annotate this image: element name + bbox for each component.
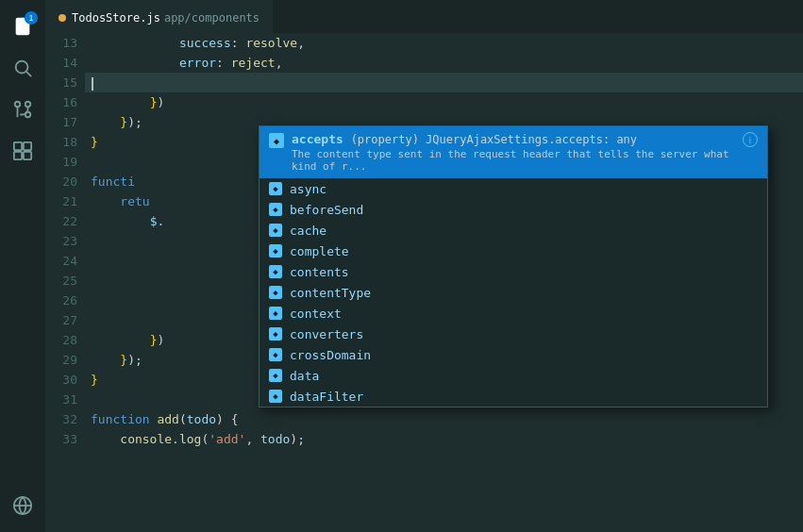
autocomplete-item-icon: ◆ bbox=[269, 244, 282, 258]
ln-16: 16 bbox=[45, 92, 77, 112]
ln-33: 33 bbox=[45, 429, 77, 449]
autocomplete-item-beforesend[interactable]: ◆ beforeSend bbox=[259, 199, 767, 220]
autocomplete-selected-detail: (property) JQueryAjaxSettings.accepts: a… bbox=[351, 133, 637, 146]
source-control-icon[interactable] bbox=[4, 91, 42, 128]
ln-28: 28 bbox=[45, 330, 77, 350]
activity-bar: 1 bbox=[0, 0, 45, 532]
ln-24: 24 bbox=[45, 251, 77, 271]
ln-13: 13 bbox=[45, 33, 77, 53]
files-badge: 1 bbox=[25, 11, 38, 25]
tab-modified-dot bbox=[59, 14, 66, 22]
svg-point-4 bbox=[25, 102, 31, 108]
autocomplete-item-label: context bbox=[290, 307, 342, 321]
autocomplete-item-datafilter[interactable]: ◆ dataFilter bbox=[259, 386, 767, 407]
files-icon[interactable]: 1 bbox=[4, 8, 42, 45]
autocomplete-item-crossdomain[interactable]: ◆ crossDomain bbox=[259, 344, 767, 365]
ln-21: 21 bbox=[45, 191, 77, 211]
autocomplete-item-label: contentType bbox=[290, 286, 371, 300]
autocomplete-item-icon: ◆ bbox=[269, 182, 282, 195]
tab-filename: TodosStore.js bbox=[72, 11, 160, 25]
svg-point-2 bbox=[15, 102, 21, 108]
code-line-33: console.log('add', todo); bbox=[85, 429, 803, 449]
remote-icon[interactable] bbox=[4, 487, 42, 524]
tab-bar: TodosStore.js app/components bbox=[45, 0, 803, 33]
autocomplete-item-icon: ◆ bbox=[269, 307, 282, 320]
autocomplete-item-label: complete bbox=[290, 244, 349, 258]
autocomplete-item-context[interactable]: ◆ context bbox=[259, 303, 767, 324]
autocomplete-item-icon: ◆ bbox=[269, 286, 282, 299]
svg-rect-8 bbox=[14, 152, 22, 159]
ln-29: 29 bbox=[45, 350, 77, 370]
ln-19: 19 bbox=[45, 152, 77, 172]
autocomplete-selected-name: accepts bbox=[292, 132, 343, 146]
autocomplete-item-label: dataFilter bbox=[290, 390, 363, 404]
autocomplete-item-icon: ◆ bbox=[269, 224, 282, 237]
editor-main: TodosStore.js app/components 13 14 15 16… bbox=[45, 0, 803, 532]
autocomplete-item-label: converters bbox=[290, 327, 363, 341]
autocomplete-header-content: accepts (property) JQueryAjaxSettings.ac… bbox=[292, 132, 743, 173]
extensions-icon[interactable] bbox=[4, 132, 42, 170]
ln-30: 30 bbox=[45, 370, 77, 390]
autocomplete-item-label: data bbox=[290, 369, 319, 383]
ln-17: 17 bbox=[45, 112, 77, 132]
code-line-14: error: reject, bbox=[85, 53, 803, 73]
code-line-13: success: resolve, bbox=[85, 33, 803, 53]
ln-25: 25 bbox=[45, 271, 77, 291]
code-line-15 bbox=[85, 73, 803, 92]
ln-20: 20 bbox=[45, 172, 77, 191]
autocomplete-item-label: beforeSend bbox=[290, 203, 363, 217]
tab-path: app/components bbox=[164, 11, 259, 25]
ln-15: 15 bbox=[45, 73, 77, 92]
ln-31: 31 bbox=[45, 390, 77, 409]
autocomplete-selected-description: The content type sent in the request hea… bbox=[292, 148, 743, 173]
ln-14: 14 bbox=[45, 53, 77, 73]
svg-rect-9 bbox=[24, 152, 31, 159]
line-numbers: 13 14 15 16 17 18 19 20 21 22 23 24 25 2… bbox=[45, 33, 85, 532]
autocomplete-item-converters[interactable]: ◆ converters bbox=[259, 324, 767, 344]
ln-32: 32 bbox=[45, 409, 77, 429]
ln-22: 22 bbox=[45, 211, 77, 231]
ln-23: 23 bbox=[45, 231, 77, 251]
autocomplete-item-contenttype[interactable]: ◆ contentType bbox=[259, 282, 767, 303]
code-line-32: function add(todo) { bbox=[85, 409, 803, 429]
svg-point-0 bbox=[16, 61, 28, 74]
svg-rect-6 bbox=[14, 142, 22, 150]
autocomplete-item-icon: ◆ bbox=[269, 390, 282, 403]
autocomplete-item-cache[interactable]: ◆ cache bbox=[259, 220, 767, 241]
autocomplete-item-complete[interactable]: ◆ complete bbox=[259, 241, 767, 261]
autocomplete-item-label: cache bbox=[290, 224, 326, 238]
code-line-16: }) bbox=[85, 92, 803, 112]
ln-18: 18 bbox=[45, 132, 77, 152]
autocomplete-item-data[interactable]: ◆ data bbox=[259, 365, 767, 386]
autocomplete-item-label: async bbox=[290, 182, 326, 196]
autocomplete-item-icon: ◆ bbox=[269, 265, 282, 278]
ln-26: 26 bbox=[45, 291, 77, 310]
autocomplete-item-icon: ◆ bbox=[269, 327, 282, 341]
autocomplete-item-icon: ◆ bbox=[269, 203, 282, 216]
autocomplete-item-contents[interactable]: ◆ contents bbox=[259, 261, 767, 282]
ln-27: 27 bbox=[45, 310, 77, 330]
info-icon[interactable]: i bbox=[743, 132, 758, 147]
autocomplete-selected-item[interactable]: ◆ accepts (property) JQueryAjaxSettings.… bbox=[259, 126, 767, 178]
svg-rect-7 bbox=[24, 142, 31, 150]
autocomplete-item-async[interactable]: ◆ async bbox=[259, 178, 767, 199]
autocomplete-item-icon: ◆ bbox=[269, 348, 282, 361]
autocomplete-selected-icon: ◆ bbox=[269, 133, 284, 148]
autocomplete-item-label: crossDomain bbox=[290, 348, 371, 362]
tab-todosstore[interactable]: TodosStore.js app/components bbox=[45, 0, 273, 33]
autocomplete-item-icon: ◆ bbox=[269, 369, 282, 382]
search-icon[interactable] bbox=[4, 49, 42, 87]
autocomplete-item-label: contents bbox=[290, 265, 349, 279]
svg-line-1 bbox=[26, 72, 31, 76]
editor-area[interactable]: 13 14 15 16 17 18 19 20 21 22 23 24 25 2… bbox=[45, 33, 803, 532]
autocomplete-list: ◆ async ◆ beforeSend ◆ cache ◆ complete … bbox=[259, 178, 767, 407]
autocomplete-dropdown[interactable]: ◆ accepts (property) JQueryAjaxSettings.… bbox=[259, 125, 768, 407]
autocomplete-selected-title: accepts (property) JQueryAjaxSettings.ac… bbox=[292, 132, 743, 146]
